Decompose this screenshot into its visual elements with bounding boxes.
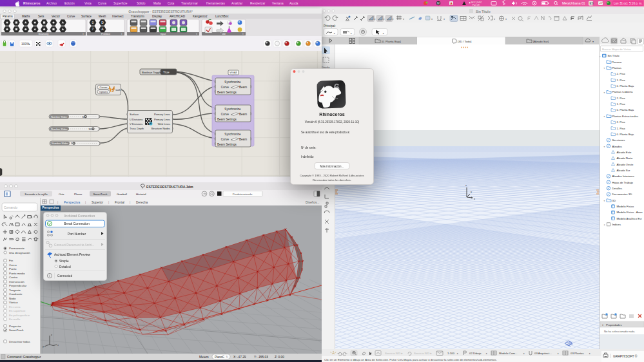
svg-text:Alzado Oeste: Alzado Oeste <box>617 163 634 166</box>
svg-text:Índices: Índices <box>612 223 621 226</box>
svg-text:▸: ▸ <box>457 352 458 355</box>
svg-text:Transformar: Transformar <box>181 2 198 5</box>
svg-text:Vista: Vista <box>84 2 92 5</box>
svg-text:Nº de serie:: Nº de serie: <box>301 146 316 149</box>
svg-text:▸: ▸ <box>351 32 352 35</box>
svg-text:Derecha: Derecha <box>136 201 148 204</box>
svg-text:Primitive: Primitive <box>101 33 110 35</box>
svg-text:Detailed: Detailed <box>59 265 71 269</box>
svg-text:Params: Params <box>3 15 14 18</box>
svg-text:▾: ▾ <box>600 55 601 58</box>
svg-text:▾: ▾ <box>29 43 30 46</box>
svg-text:Sin Título: Sin Título <box>476 10 491 14</box>
svg-text:Alzados Interiores: Alzados Interiores <box>612 175 634 178</box>
svg-text:z: z <box>51 333 52 336</box>
svg-text:Perpendicular: Perpendicular <box>9 284 27 287</box>
svg-text:|: | <box>85 201 86 204</box>
svg-text:Detalles: Detalles <box>612 187 623 190</box>
svg-text:[Alzado Sur]: [Alzado Sur] <box>533 40 549 43</box>
svg-text:SmartTrack: SmartTrack <box>93 193 108 196</box>
svg-text:Synchronize: Synchronize <box>224 108 241 111</box>
svg-text:Historial: Historial <box>136 193 146 196</box>
svg-text:▾: ▾ <box>604 200 605 202</box>
svg-text:Cuadrante: Cuadrante <box>9 292 23 296</box>
svg-text:⇅: ⇅ <box>226 356 228 358</box>
svg-text:▾: ▾ <box>494 17 495 21</box>
svg-text:▸: ▸ <box>558 352 559 355</box>
svg-text:Una designación: Una designación <box>9 251 30 254</box>
svg-text:7: 7 <box>92 27 94 31</box>
svg-text:▾: ▾ <box>505 17 507 21</box>
svg-text:Punto medio: Punto medio <box>9 272 25 275</box>
svg-text:Curve: Curve <box>221 138 229 141</box>
svg-text:Curves: Curves <box>99 86 107 89</box>
svg-text:Intersección: Intersección <box>9 280 24 283</box>
svg-text:2. Piso: 2. Piso <box>617 120 626 124</box>
svg-text:Lun 31 oct. 5:16 p. m.: Lun 31 oct. 5:16 p. m. <box>614 2 642 5</box>
svg-text:Ventana: Ventana <box>272 2 284 5</box>
svg-text:Modelo Físico: Modelo Físico <box>617 205 634 208</box>
svg-text:No ha seleccionado nada.: No ha seleccionado nada. <box>604 330 635 333</box>
svg-text:|: | <box>57 201 58 204</box>
svg-text:▾: ▾ <box>431 17 433 21</box>
svg-text:Primary Lines: Primary Lines <box>154 113 170 116</box>
svg-text:Reservados todos los derechos.: Reservados todos los derechos. <box>313 178 351 182</box>
svg-text:Sets: Sets <box>38 15 44 18</box>
svg-text:Port Number: Port Number <box>68 232 86 236</box>
svg-text:|: | <box>108 201 109 204</box>
svg-text:Display: Display <box>152 15 162 18</box>
svg-text:Curve: Curve <box>67 15 75 18</box>
svg-text:y: y <box>43 345 44 348</box>
svg-text:GRAPHISOFT ©: GRAPHISOFT © <box>613 354 638 358</box>
svg-text:Servicio N/D ▸: Servicio N/D ▸ <box>414 352 433 355</box>
svg-text:Superior: Superior <box>92 201 104 204</box>
svg-text:Curve: Curve <box>221 86 229 89</box>
svg-text:Simple: Simple <box>59 260 69 263</box>
svg-text:▾: ▾ <box>604 91 605 94</box>
svg-text:En malla: En malla <box>9 318 21 321</box>
svg-text:Alzados: Alzados <box>612 145 622 148</box>
svg-text:0. Planta Baja: 0. Planta Baja <box>617 84 634 88</box>
svg-text:Boolean Toggle: Boolean Toggle <box>142 71 162 74</box>
svg-text:Vector: Vector <box>52 15 60 18</box>
svg-text:Connected: Connected <box>57 274 73 278</box>
svg-text:Synchronize: Synchronize <box>224 133 241 136</box>
svg-text:▾: ▾ <box>83 33 84 35</box>
svg-text:Grasshopper - ESTEREOESTRCUTUR: Grasshopper - ESTEREOESTRCUTURA* <box>128 10 193 14</box>
svg-text:Number Slider: Number Slider <box>52 142 68 145</box>
svg-text:Geometry: Geometry <box>39 33 49 35</box>
svg-text:Permanente: Permanente <box>9 247 24 250</box>
svg-text:▸: ▸ <box>486 352 487 355</box>
svg-text:Plantas Estructurales: Plantas Estructurales <box>612 115 639 118</box>
svg-text:▾: ▾ <box>592 40 594 43</box>
svg-text:Vértice: Vértice <box>9 301 18 304</box>
svg-text:Gumball: Gumball <box>117 193 127 196</box>
svg-text:▾: ▾ <box>121 33 122 35</box>
svg-text:Kangaroo2: Kangaroo2 <box>193 15 208 18</box>
svg-text:▾: ▾ <box>393 17 394 21</box>
svg-text:Frontal: Frontal <box>115 201 124 204</box>
svg-text:02 Dibujo: 02 Dibujo <box>469 352 482 355</box>
svg-text:Rhinoceros: Rhinoceros <box>319 111 345 117</box>
svg-text:Secciones: Secciones <box>612 138 625 142</box>
svg-text:▸: ▸ <box>383 32 384 35</box>
svg-text:Centro: Centro <box>9 276 18 279</box>
svg-text:Y: -155.03: Y: -155.03 <box>254 356 268 359</box>
svg-text:Truss Depth: Truss Depth <box>130 127 144 130</box>
svg-text:Meters: Meters <box>199 356 209 359</box>
svg-text:Beam Settings: Beam Settings <box>217 91 237 94</box>
svg-text:y: y <box>471 190 472 193</box>
svg-text:Transform: Transform <box>131 15 144 18</box>
svg-text:▾: ▾ <box>196 33 197 35</box>
svg-text:Orto: Orto <box>59 193 64 196</box>
svg-text:|: | <box>130 201 130 204</box>
svg-text:En superficie: En superficie <box>9 309 26 312</box>
svg-text:i: i <box>49 274 50 278</box>
svg-text:Number Slider: Number Slider <box>51 128 68 131</box>
svg-text:Beam: Beam <box>239 113 247 116</box>
svg-text:Command: Grasshopper: Command: Grasshopper <box>7 356 41 359</box>
svg-text:[3D / Todo]: [3D / Todo] <box>458 40 471 43</box>
svg-text:Modelo Com...: Modelo Com... <box>499 352 518 355</box>
svg-text:1. Piso: 1. Piso <box>617 79 626 82</box>
svg-text:Beam: Beam <box>239 138 247 141</box>
